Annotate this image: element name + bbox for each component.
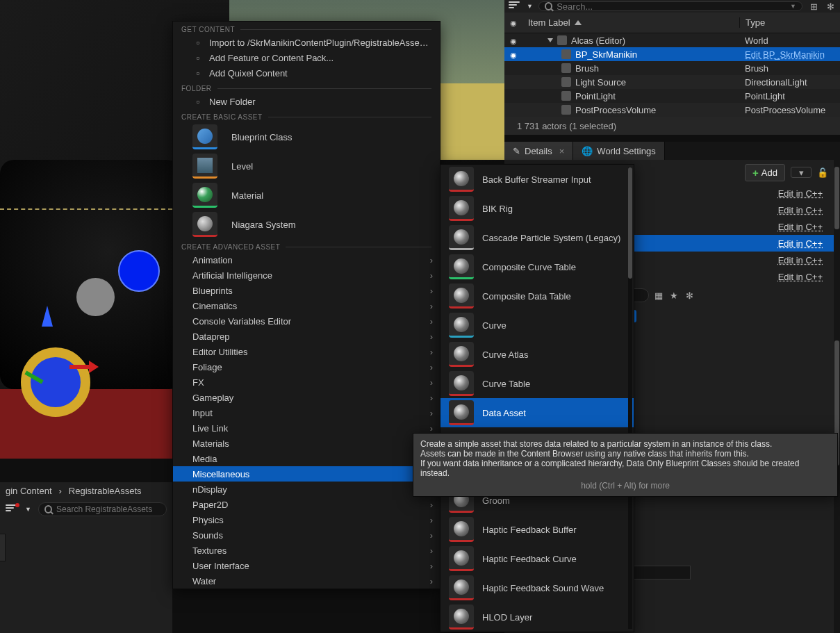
menu-item[interactable]: ▫Add Quixel Content xyxy=(173,65,440,81)
dropdown-caret[interactable]: ▼ xyxy=(527,3,533,10)
menu-item[interactable]: Material xyxy=(173,181,440,210)
eye-icon[interactable]: ◉ xyxy=(510,51,517,59)
edit-cpp-link[interactable]: Edit in C++ xyxy=(778,188,834,199)
scrollbar-thumb[interactable] xyxy=(628,167,632,279)
details-scrollbar[interactable] xyxy=(834,160,840,633)
filter-icon[interactable] xyxy=(6,504,18,514)
breadcrumb-item[interactable]: gin Content xyxy=(6,486,52,496)
submenu-item[interactable]: Composite Curve Table xyxy=(440,252,634,281)
component-mode-button[interactable]: ▾ xyxy=(791,167,812,178)
content-search[interactable] xyxy=(38,502,167,516)
chevron-right-icon: › xyxy=(430,408,433,418)
submenu-item[interactable]: Cascade Particle System (Legacy) xyxy=(440,223,634,252)
eye-icon[interactable]: ◉ xyxy=(510,37,517,45)
menu-item-label: Editor Utilities xyxy=(192,347,430,357)
menu-item[interactable]: Materials› xyxy=(173,436,440,451)
star-icon[interactable]: ★ xyxy=(668,290,680,301)
edit-cpp-link[interactable]: Edit in C++ xyxy=(778,238,834,249)
submenu-item[interactable]: Back Buffer Streamer Input xyxy=(440,165,634,194)
outliner-row[interactable]: Brush Brush xyxy=(504,61,840,75)
chevron-right-icon: › xyxy=(430,301,433,311)
menu-item[interactable]: FX› xyxy=(173,375,440,390)
tab-details[interactable]: ✎ Details × xyxy=(504,142,573,160)
menu-item[interactable]: Blueprints› xyxy=(173,283,440,298)
menu-item[interactable]: Artificial Intelligence› xyxy=(173,268,440,283)
add-button[interactable]: +Add xyxy=(745,164,785,181)
filter-icon[interactable] xyxy=(509,1,521,11)
menu-item[interactable]: Input› xyxy=(173,405,440,420)
menu-item[interactable]: nDisplay› xyxy=(173,482,440,497)
outliner-row[interactable]: PointLight PointLight xyxy=(504,89,840,103)
submenu-item[interactable]: Haptic Feedback Curve xyxy=(440,544,634,573)
eye-column-icon[interactable]: ◉ xyxy=(510,19,517,27)
effector-sphere[interactable] xyxy=(118,250,160,292)
menu-item[interactable]: ▫Import to /SkrManikinContentPlugin/Regi… xyxy=(173,35,440,50)
menu-item[interactable]: Live Link› xyxy=(173,420,440,436)
menu-item[interactable]: Editor Utilities› xyxy=(173,344,440,359)
menu-item[interactable]: Miscellaneous› xyxy=(173,466,440,482)
menu-item[interactable]: Blueprint Class xyxy=(173,122,440,151)
outliner-row[interactable]: ◉ Alcas (Editor) World xyxy=(504,33,840,47)
gizmo-center-sphere[interactable] xyxy=(76,278,115,316)
content-search-row: ▼ xyxy=(0,499,172,520)
submenu-item[interactable]: Curve Atlas xyxy=(440,340,634,369)
menu-item[interactable]: ▫New Folder xyxy=(173,94,440,109)
menu-item[interactable]: Niagara System xyxy=(173,210,440,239)
transform-gizmo[interactable] xyxy=(7,320,118,431)
content-search-input[interactable] xyxy=(56,504,160,514)
gear-icon[interactable]: ✻ xyxy=(684,290,695,301)
menu-item[interactable]: Console Variables Editor› xyxy=(173,313,440,329)
outliner-row[interactable]: Light Source DirectionalLight xyxy=(504,75,840,89)
menu-item[interactable]: Physics› xyxy=(173,512,440,527)
settings-gear-icon[interactable]: ✻ xyxy=(825,1,836,12)
breadcrumb-item[interactable]: RegistrableAssets xyxy=(69,486,142,496)
scrollbar-thumb[interactable] xyxy=(834,167,839,229)
outliner-header-item[interactable]: Item Label xyxy=(522,17,739,28)
submenu-item[interactable]: Curve xyxy=(440,311,634,340)
edit-cpp-link[interactable]: Edit in C++ xyxy=(778,205,834,215)
dropdown-caret[interactable]: ▼ xyxy=(25,506,31,513)
outliner-row-type[interactable]: Edit BP_SkrManikin xyxy=(739,49,840,60)
menu-item[interactable]: User Interface› xyxy=(173,558,440,573)
outliner-row[interactable]: ◉ BP_SkrManikin Edit BP_SkrManikin xyxy=(504,47,840,61)
asset-thumbnail-icon xyxy=(449,167,474,192)
menu-item[interactable]: Gameplay› xyxy=(173,390,440,405)
lock-icon[interactable]: 🔓 xyxy=(817,167,828,178)
edit-cpp-link[interactable]: Edit in C++ xyxy=(778,272,834,282)
submenu-item[interactable]: Haptic Feedback Buffer xyxy=(440,515,634,544)
outliner-row[interactable]: PostProcessVolume PostProcessVolume xyxy=(504,103,840,117)
submenu-item[interactable]: HLOD Layer xyxy=(440,602,634,632)
menu-item[interactable]: Animation› xyxy=(173,252,440,268)
grid-icon[interactable]: ▦ xyxy=(653,290,664,301)
submenu-item[interactable]: Curve Table xyxy=(440,369,634,398)
edit-cpp-link[interactable]: Edit in C++ xyxy=(778,222,834,232)
menu-item[interactable]: Textures› xyxy=(173,543,440,558)
menu-item[interactable]: Media› xyxy=(173,451,440,466)
menu-item[interactable]: Sounds› xyxy=(173,527,440,543)
menu-item[interactable]: Foliage› xyxy=(173,359,440,375)
edit-cpp-link[interactable]: Edit in C++ xyxy=(778,255,834,265)
gizmo-ring[interactable] xyxy=(21,347,90,417)
menu-item[interactable]: ▫Add Feature or Content Pack... xyxy=(173,50,440,65)
outliner-header-type[interactable]: Type xyxy=(739,17,840,28)
chevron-down-icon[interactable]: ▼ xyxy=(790,3,796,10)
menu-item[interactable]: Water› xyxy=(173,573,440,589)
submenu-item[interactable]: Data Asset xyxy=(440,398,634,427)
add-folder-icon[interactable]: ⊞ xyxy=(808,1,819,12)
menu-item[interactable]: Dataprep› xyxy=(173,329,440,344)
menu-item[interactable]: Paper2D› xyxy=(173,497,440,512)
outliner-search-input[interactable] xyxy=(557,1,786,12)
dock-tab-handle[interactable] xyxy=(0,534,6,561)
submenu-item[interactable]: Haptic Feedback Sound Wave xyxy=(440,573,634,602)
menu-item[interactable]: Cinematics› xyxy=(173,298,440,313)
menu-item[interactable]: Level xyxy=(173,151,440,181)
submenu-item[interactable]: BIK Rig xyxy=(440,194,634,223)
submenu-item[interactable]: Composite Data Table xyxy=(440,281,634,311)
submenu-scrollbar[interactable] xyxy=(628,167,632,629)
expand-icon[interactable] xyxy=(547,38,553,42)
outliner-row-label: Light Source xyxy=(575,77,626,88)
tab-world-settings[interactable]: 🌐 World Settings xyxy=(573,142,664,160)
gizmo-x-arrow[interactable] xyxy=(69,365,90,369)
outliner-search[interactable]: ▼ xyxy=(538,1,802,11)
close-icon[interactable]: × xyxy=(559,146,565,156)
